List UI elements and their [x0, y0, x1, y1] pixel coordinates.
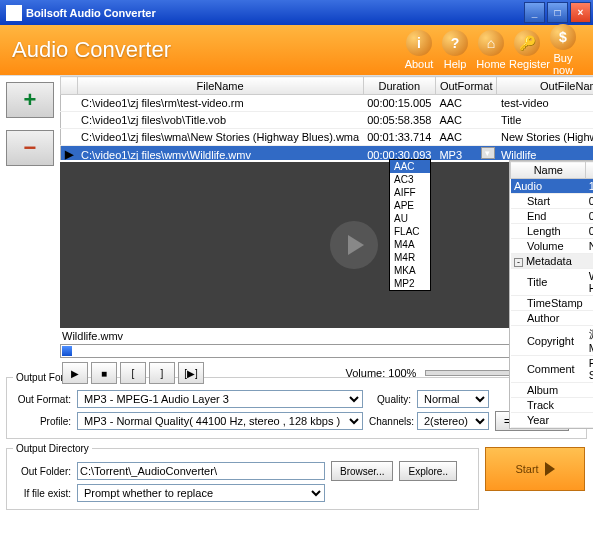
prop-value[interactable]: 00:00:00.000: [586, 194, 593, 209]
prop-value[interactable]: 00:00:30.093: [586, 209, 593, 224]
col-filename[interactable]: FileName: [77, 77, 363, 95]
outformat-dropdown[interactable]: AACAC3AIFFAPEAUFLACM4AM4RMKAMP2: [389, 159, 431, 291]
prop-name[interactable]: Year: [511, 413, 586, 428]
channels-label: Channels:: [369, 416, 411, 427]
prop-name[interactable]: Start: [511, 194, 586, 209]
prop-name[interactable]: End: [511, 209, 586, 224]
prop-col-name[interactable]: Name: [511, 162, 586, 179]
format-option[interactable]: APE: [390, 199, 430, 212]
prop-metadata-section[interactable]: -Metadata: [511, 254, 593, 269]
add-file-button[interactable]: +: [6, 82, 54, 118]
maximize-button[interactable]: □: [547, 2, 568, 23]
quality-label: Quality:: [369, 394, 411, 405]
prop-value[interactable]: [586, 413, 593, 428]
prop-name[interactable]: Copyright: [511, 326, 586, 356]
browse-button[interactable]: Browser...: [331, 461, 393, 481]
prop-name[interactable]: Track: [511, 398, 586, 413]
format-option[interactable]: M4A: [390, 238, 430, 251]
close-button[interactable]: ×: [570, 2, 591, 23]
play-icon: [348, 235, 364, 255]
play-overlay-button[interactable]: [330, 221, 378, 269]
play-button[interactable]: ▶: [62, 362, 88, 384]
format-option[interactable]: MP2: [390, 277, 430, 290]
start-button[interactable]: Start: [485, 447, 585, 491]
buynow-button[interactable]: $Buy now: [545, 24, 581, 76]
prop-value[interactable]: 漏 2008 Micro: [586, 326, 593, 356]
mark-in-button[interactable]: [: [120, 362, 146, 384]
header: Audio Converter iAbout ?Help ⌂Home 🔑Regi…: [0, 25, 593, 75]
table-row[interactable]: C:\video1\zj files\vob\Title.vob 00:05:5…: [61, 112, 594, 129]
help-button[interactable]: ?Help: [437, 30, 473, 70]
output-directory-group: Output Directory Out Folder: Browser... …: [6, 443, 479, 510]
prop-value[interactable]: [586, 398, 593, 413]
prop-value[interactable]: [586, 311, 593, 326]
prop-name[interactable]: Title: [511, 269, 586, 296]
prop-value[interactable]: Wildlife in HD: [586, 269, 593, 296]
col-outfilename[interactable]: OutFileName: [497, 77, 593, 95]
format-option[interactable]: MKA: [390, 264, 430, 277]
window-title: Boilsoft Audio Converter: [26, 7, 522, 19]
minimize-button[interactable]: _: [524, 2, 545, 23]
outformat-select[interactable]: MP3 - MPEG-1 Audio Layer 3: [77, 390, 363, 408]
format-option[interactable]: FLAC: [390, 225, 430, 238]
col-duration[interactable]: Duration: [363, 77, 435, 95]
quality-select[interactable]: Normal: [417, 390, 489, 408]
col-outformat[interactable]: OutFormat: [435, 77, 497, 95]
home-button[interactable]: ⌂Home: [473, 30, 509, 70]
volume-label: Volume:: [346, 367, 386, 379]
ifexist-label: If file exist:: [13, 488, 71, 499]
register-button[interactable]: 🔑Register: [509, 30, 545, 70]
table-row[interactable]: C:\video1\zj files\wma\New Stories (High…: [61, 129, 594, 146]
table-row[interactable]: ▶ C:\video1\zj files\wmv\Wildlife.wmv 00…: [61, 146, 594, 161]
volume-value: 100%: [388, 367, 416, 379]
prop-col-value[interactable]: Value: [586, 162, 593, 179]
format-option[interactable]: AAC: [390, 160, 430, 173]
properties-panel[interactable]: NameValue Audio1 Start00:00:00.000End00:…: [509, 160, 593, 429]
app-title: Audio Converter: [12, 37, 401, 63]
prop-audio-section[interactable]: Audio: [511, 179, 586, 194]
next-mark-button[interactable]: [▶]: [178, 362, 204, 384]
prop-name[interactable]: TimeStamp: [511, 296, 586, 311]
prop-value[interactable]: [586, 383, 593, 398]
stop-button[interactable]: ■: [91, 362, 117, 384]
prop-value[interactable]: Normal: [586, 239, 593, 254]
channels-select[interactable]: 2(stereo): [417, 412, 489, 430]
format-option[interactable]: AU: [390, 212, 430, 225]
prop-name[interactable]: Length: [511, 224, 586, 239]
prop-name[interactable]: Album: [511, 383, 586, 398]
format-option[interactable]: AIFF: [390, 186, 430, 199]
file-grid[interactable]: FileName Duration OutFormat OutFileName …: [60, 76, 593, 160]
outfolder-input[interactable]: [77, 462, 325, 480]
side-buttons: + −: [0, 76, 60, 370]
current-file-label: Wildlife.wmv: [62, 330, 123, 342]
prop-name[interactable]: Author: [511, 311, 586, 326]
prop-name[interactable]: Volume: [511, 239, 586, 254]
prop-value[interactable]: Footage: Sma: [586, 356, 593, 383]
prop-name[interactable]: Comment: [511, 356, 586, 383]
remove-file-button[interactable]: −: [6, 130, 54, 166]
table-row[interactable]: C:\video1\zj files\rm\test-video.rm 00:0…: [61, 95, 594, 112]
format-option[interactable]: M4R: [390, 251, 430, 264]
about-button[interactable]: iAbout: [401, 30, 437, 70]
col-marker[interactable]: [61, 77, 78, 95]
mark-out-button[interactable]: ]: [149, 362, 175, 384]
explore-button[interactable]: Explore..: [399, 461, 456, 481]
outformat-label: Out Format:: [13, 394, 71, 405]
prop-value[interactable]: [586, 296, 593, 311]
prop-value[interactable]: 00:00:30.093: [586, 224, 593, 239]
format-option[interactable]: AC3: [390, 173, 430, 186]
outfolder-label: Out Folder:: [13, 466, 71, 477]
ifexist-select[interactable]: Prompt whether to replace: [77, 484, 325, 502]
profile-label: Profile:: [13, 416, 71, 427]
profile-select[interactable]: MP3 - Normal Quality( 44100 Hz, stereo ,…: [77, 412, 363, 430]
titlebar[interactable]: Boilsoft Audio Converter _ □ ×: [0, 0, 593, 25]
app-icon: [6, 5, 22, 21]
